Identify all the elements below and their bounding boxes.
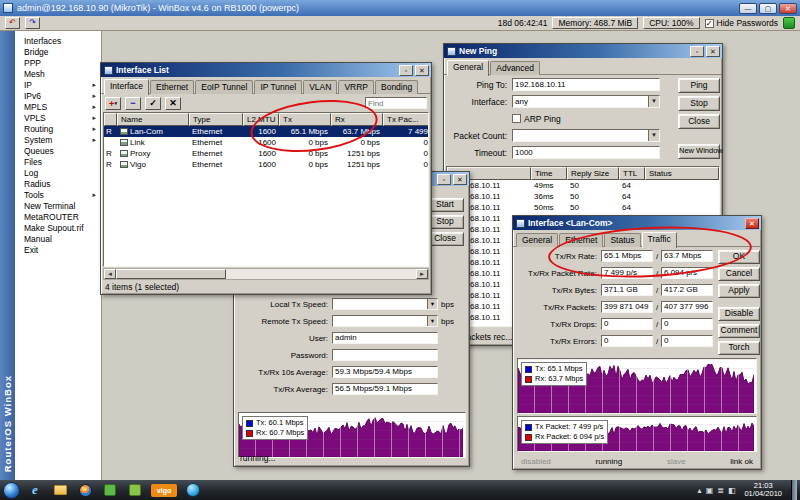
dropdown-arrow-icon[interactable]: ▼ (427, 299, 437, 309)
cpu-button[interactable]: CPU: 100% (643, 17, 699, 29)
cancel-button[interactable]: Cancel (718, 267, 760, 281)
torch-button[interactable]: Torch (718, 341, 760, 355)
sidebar-item[interactable]: MetaROUTER ▸ (15, 211, 101, 222)
column-reply-size[interactable]: Reply Size (567, 167, 619, 180)
taskbar-app-round-icon[interactable] (183, 482, 203, 498)
undo-button[interactable]: ↶ (5, 17, 20, 29)
close-icon[interactable]: ✕ (453, 174, 467, 185)
scroll-right-icon[interactable]: ► (416, 269, 428, 279)
close-button[interactable]: Close (678, 114, 720, 129)
sidebar-item[interactable]: VPLS ▸ (15, 112, 101, 123)
tab[interactable]: VRRP (338, 80, 374, 94)
comment-button[interactable]: Comment (718, 324, 760, 338)
column-tx-packet[interactable]: Tx Pac... (383, 113, 429, 126)
sidebar-item[interactable]: PPP ▸ (15, 57, 101, 68)
tab[interactable]: Status (604, 233, 640, 247)
taskbar-ie-icon[interactable]: e (25, 482, 45, 498)
sidebar-item[interactable]: Tools ▸ (15, 189, 101, 200)
sidebar-item[interactable]: MPLS ▸ (15, 101, 101, 112)
sidebar-item[interactable]: Routing ▸ (15, 123, 101, 134)
apply-button[interactable]: Apply (718, 284, 760, 298)
field-input[interactable]: ▼ (332, 315, 438, 327)
restore-button[interactable]: ▫ (690, 46, 704, 57)
scroll-left-icon[interactable]: ◄ (104, 269, 116, 279)
new-window-button[interactable]: New Window (678, 144, 720, 159)
maximize-button[interactable]: ▢ (759, 3, 777, 14)
sidebar-item[interactable]: IPv6 ▸ (15, 90, 101, 101)
horizontal-scrollbar[interactable]: ◄ ► (103, 268, 429, 280)
sidebar-item[interactable]: Manual ▸ (15, 233, 101, 244)
tab[interactable]: IP Tunnel (254, 80, 302, 94)
redo-button[interactable]: ↷ (25, 17, 40, 29)
tray-network-icon[interactable]: ≣ (717, 486, 724, 495)
field-input[interactable]: 59.3 Mbps/59.4 Mbps▼ (332, 366, 438, 378)
interface-row[interactable]: R Vigo Ethernet 1600 0 bps 1251 bps 0 (104, 159, 428, 170)
sidebar-item[interactable]: Interfaces ▸ (15, 35, 101, 46)
taskbar-vigo-icon[interactable]: vigo (150, 482, 178, 498)
ping-result-row[interactable]: 192.168.10.11 50ms 50 64 (447, 202, 719, 213)
interface-row[interactable]: Link Ethernet 1600 0 bps 0 bps 0 (104, 137, 428, 148)
tab[interactable]: General (516, 233, 558, 247)
field-input[interactable]: admin▼ (332, 332, 438, 344)
column-type[interactable]: Type (189, 113, 243, 126)
sidebar-item[interactable]: Exit ▸ (15, 244, 101, 255)
ping-button[interactable]: Ping (678, 78, 720, 93)
sidebar-item[interactable]: Radius ▸ (15, 178, 101, 189)
sidebar-item[interactable]: Mesh ▸ (15, 68, 101, 79)
minimize-button[interactable]: — (739, 3, 757, 14)
dropdown-arrow-icon[interactable]: ▼ (648, 96, 659, 107)
sidebar-item[interactable]: New Terminal ▸ (15, 200, 101, 211)
ping-titlebar[interactable]: New Ping ▫ ✕ (444, 44, 722, 58)
taskbar-app-green-icon[interactable] (100, 482, 120, 498)
column-name[interactable]: Name (117, 113, 189, 126)
tab[interactable]: EoIP Tunnel (195, 80, 253, 94)
field-input[interactable]: ▼ (332, 298, 438, 310)
restore-button[interactable]: ▫ (437, 174, 451, 185)
arp-ping-checkbox[interactable] (512, 114, 521, 123)
app-titlebar[interactable]: admin@192.168.10.90 (MikroTik) - WinBox … (0, 0, 800, 16)
ok-button[interactable]: OK (718, 250, 760, 264)
find-input[interactable] (365, 97, 427, 109)
ping-result-row[interactable]: 192.168.10.11 49ms 50 64 (447, 180, 719, 191)
dropdown-arrow-icon[interactable]: ▼ (648, 130, 659, 141)
column-tx[interactable]: Tx (279, 113, 331, 126)
tab[interactable]: Ethernet (150, 80, 194, 94)
column-rx[interactable]: Rx (331, 113, 383, 126)
hide-passwords-checkbox[interactable]: ✓ Hide Passwords (705, 18, 778, 28)
timeout-input[interactable]: 1000 (512, 146, 660, 159)
close-icon[interactable]: ✕ (415, 65, 429, 76)
start-button[interactable] (3, 482, 20, 499)
interface-list-titlebar[interactable]: Interface List ▫ ✕ (101, 63, 431, 77)
close-icon[interactable]: ✕ (706, 46, 720, 57)
taskbar-app-lime-icon[interactable] (125, 482, 145, 498)
field-input[interactable]: ▼ (332, 349, 438, 361)
interface-row[interactable]: R Proxy Ethernet 1600 0 bps 1251 bps 0 (104, 148, 428, 159)
scrollbar-thumb[interactable] (116, 269, 226, 279)
column-status[interactable]: Status (645, 167, 719, 180)
tab[interactable]: Traffic (642, 232, 677, 248)
sidebar-item[interactable]: Files ▸ (15, 156, 101, 167)
disable-button[interactable]: ✕ (165, 97, 181, 110)
sidebar-item[interactable]: Log ▸ (15, 167, 101, 178)
column-flag[interactable] (104, 113, 117, 126)
disable-button[interactable]: Disable (718, 307, 760, 321)
remove-button[interactable]: − (125, 97, 141, 110)
memory-button[interactable]: Memory: 468.7 MiB (552, 17, 638, 29)
interface-select[interactable]: any▼ (512, 95, 660, 108)
taskbar-clock[interactable]: 21:03 01/04/2010 (739, 482, 787, 499)
tab[interactable]: Advanced (490, 61, 540, 75)
taskbar-media-player-icon[interactable] (75, 482, 95, 498)
sidebar-item[interactable]: System ▸ (15, 134, 101, 145)
restore-button[interactable]: ▫ (399, 65, 413, 76)
interface-row[interactable]: R Lan-Com Ethernet 1600 65.1 Mbps 63.7 M… (104, 126, 428, 137)
tab[interactable]: Interface (104, 79, 149, 95)
sidebar-item[interactable]: Queues ▸ (15, 145, 101, 156)
sidebar-item[interactable]: Bridge ▸ (15, 46, 101, 57)
ping-to-input[interactable]: 192.168.10.11 (512, 78, 660, 91)
tab[interactable]: VLAN (303, 80, 337, 94)
taskbar-explorer-icon[interactable] (50, 482, 70, 498)
sidebar-item[interactable]: Make Supout.rif ▸ (15, 222, 101, 233)
tray-volume-icon[interactable]: ◧ (728, 486, 736, 495)
packet-count-select[interactable]: ▼ (512, 129, 660, 142)
close-button[interactable]: ✕ (779, 3, 797, 14)
